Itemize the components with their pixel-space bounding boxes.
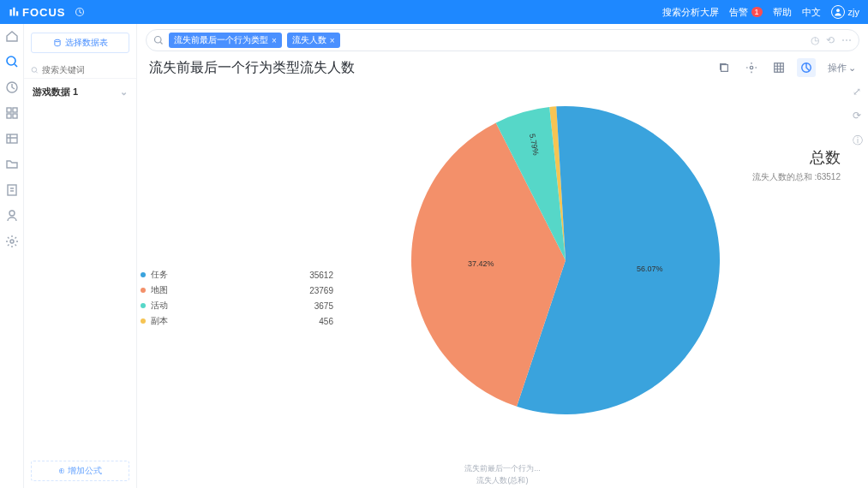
legend-row[interactable]: 任务35612: [141, 269, 333, 281]
svg-point-16: [32, 67, 37, 72]
total-block: 总数 流失人数的总和 :63512: [752, 147, 841, 183]
nav-lang[interactable]: 中文: [802, 6, 821, 19]
pct-label: 56.07%: [637, 265, 663, 273]
more-icon[interactable]: ⋯: [841, 34, 852, 46]
keyword-search: [24, 62, 136, 79]
legend-row[interactable]: 地图23769: [141, 284, 333, 296]
query-chip-1[interactable]: 流失前最后一个行为类型×: [169, 33, 282, 48]
logo-icon: [9, 7, 19, 17]
total-detail: 流失人数的总和 :63512: [752, 171, 841, 183]
gear-icon[interactable]: [5, 235, 19, 248]
svg-rect-9: [7, 114, 11, 118]
legend-value: 35612: [309, 271, 333, 280]
users-icon[interactable]: [5, 209, 19, 223]
add-formula-button[interactable]: ⊕ 增加公式: [31, 461, 129, 481]
svg-rect-10: [13, 114, 17, 118]
svg-point-14: [10, 240, 14, 243]
query-chip-2[interactable]: 流失人数×: [287, 33, 340, 48]
avatar-icon: [831, 5, 845, 19]
operate-dropdown[interactable]: 操作 ⌄: [828, 62, 856, 74]
query-bar: 流失前最后一个行为类型× 流失人数× ◷ ⟲ ⋯: [146, 29, 859, 51]
chevron-down-icon: ⌄: [120, 86, 128, 98]
svg-rect-0: [10, 9, 12, 16]
footer-labels: 流失前最后一个行为... 流失人数(总和): [464, 463, 541, 486]
query-search-icon[interactable]: [153, 35, 164, 45]
legend-value: 3675: [314, 301, 333, 311]
footer-line1: 流失前最后一个行为...: [464, 463, 541, 475]
nav-search-analysis[interactable]: 搜索分析大屏: [662, 6, 719, 19]
pie-view-icon[interactable]: [797, 58, 816, 77]
svg-point-15: [54, 39, 59, 42]
nav-user[interactable]: zjy: [831, 5, 859, 19]
brand-text: FOCUS: [22, 6, 66, 19]
side-panel: 选择数据表 游戏数据 1 ⌄ ⊕ 增加公式: [24, 24, 137, 488]
pie-chart: 56.07%37.42%5.79%: [394, 80, 737, 423]
svg-point-19: [750, 66, 753, 69]
nav-rail: [0, 24, 24, 488]
svg-rect-18: [721, 65, 728, 72]
svg-point-17: [155, 37, 162, 44]
select-datasource-button[interactable]: 选择数据表: [31, 33, 129, 53]
keyword-input[interactable]: [42, 65, 129, 74]
svg-rect-12: [8, 185, 16, 195]
close-icon[interactable]: ×: [272, 36, 277, 45]
legend-row[interactable]: 活动3675: [141, 300, 333, 312]
legend-label: 副本: [151, 315, 202, 327]
grid-view-icon[interactable]: [769, 58, 788, 77]
datasource-icon: [53, 39, 62, 47]
folder-icon[interactable]: [5, 158, 19, 171]
chevron-down-icon: ⌄: [848, 62, 856, 74]
clock-icon[interactable]: [75, 7, 85, 17]
search-small-icon: [31, 66, 39, 74]
pct-label: 37.42%: [468, 259, 494, 268]
help-icon[interactable]: ⓘ: [853, 134, 863, 148]
svg-rect-11: [7, 134, 17, 143]
svg-point-13: [9, 211, 15, 216]
table-icon[interactable]: [5, 132, 19, 146]
datasource-name: 游戏数据 1: [33, 86, 78, 98]
legend-dot: [141, 288, 146, 293]
nav-help[interactable]: 帮助: [773, 6, 792, 19]
legend: 任务35612地图23769活动3675副本456: [141, 269, 333, 330]
home-icon[interactable]: [5, 29, 19, 43]
footer-line2: 流失人数(总和): [464, 475, 541, 487]
legend-value: 456: [319, 317, 333, 326]
svg-rect-20: [775, 63, 784, 73]
svg-rect-8: [13, 108, 17, 112]
clock-nav-icon[interactable]: [5, 80, 19, 94]
chart-title: 流失前最后一个行为类型流失人数: [149, 59, 355, 77]
legend-dot: [141, 303, 146, 308]
settings-icon[interactable]: [742, 58, 761, 77]
nav-alert[interactable]: 告警1: [729, 6, 763, 19]
svg-rect-1: [13, 8, 15, 16]
dashboard-icon[interactable]: [5, 106, 19, 120]
legend-label: 地图: [151, 284, 202, 296]
legend-label: 活动: [151, 300, 202, 312]
chart-side-tools: ⤢ ⟳ ⓘ: [853, 86, 863, 148]
svg-rect-2: [16, 11, 18, 15]
copy-icon[interactable]: [715, 58, 733, 77]
legend-label: 任务: [151, 269, 202, 281]
title-bar: 流失前最后一个行为类型流失人数 操作 ⌄: [137, 51, 868, 80]
expand-icon[interactable]: ⤢: [853, 86, 863, 98]
svg-point-5: [7, 57, 15, 65]
legend-value: 23769: [309, 286, 333, 295]
search-icon[interactable]: [5, 55, 19, 68]
chart-container: ⤢ ⟳ ⓘ 任务35612地图23769活动3675副本456 56.07%37…: [137, 80, 868, 488]
report-icon[interactable]: [5, 183, 19, 197]
topbar: FOCUS 搜索分析大屏 告警1 帮助 中文 zjy: [0, 0, 868, 24]
brand-logo: FOCUS: [9, 6, 66, 19]
history-icon[interactable]: ◷: [811, 34, 819, 46]
datasource-row[interactable]: 游戏数据 1 ⌄: [24, 79, 136, 105]
main-area: 流失前最后一个行为类型× 流失人数× ◷ ⟲ ⋯ 流失前最后一个行为类型流失人数…: [137, 24, 868, 488]
alert-badge: 1: [751, 7, 763, 17]
refresh-icon[interactable]: ⟲: [826, 34, 835, 46]
reload-icon[interactable]: ⟳: [853, 110, 863, 122]
svg-rect-7: [7, 108, 11, 112]
legend-row[interactable]: 副本456: [141, 315, 333, 327]
legend-dot: [141, 272, 146, 277]
legend-dot: [141, 318, 146, 324]
svg-point-4: [836, 9, 840, 12]
close-icon[interactable]: ×: [330, 36, 335, 45]
total-label: 总数: [752, 147, 841, 168]
